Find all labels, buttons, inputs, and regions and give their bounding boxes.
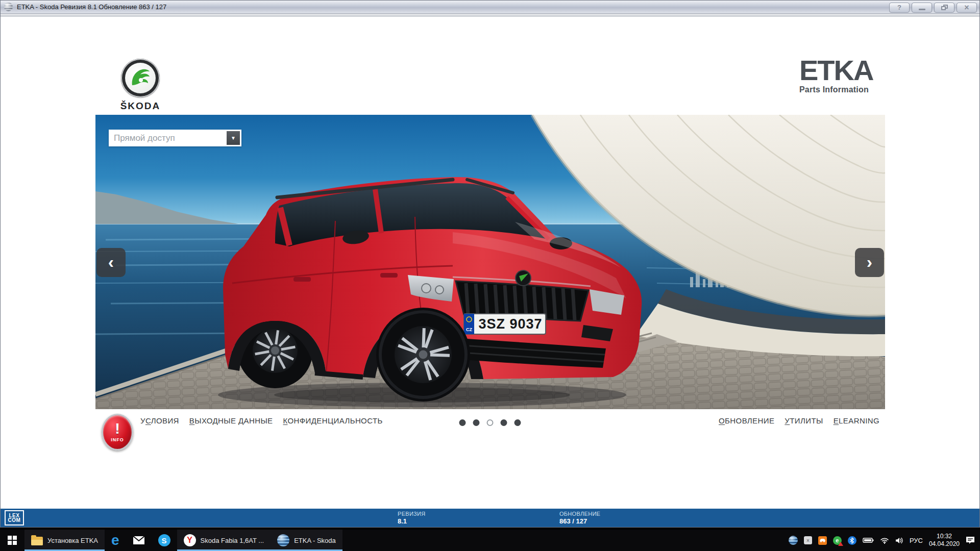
toolbar-strip [1, 14, 979, 17]
taskbar-item-etka-setup[interactable]: Установка ETKA [24, 530, 105, 551]
action-center-icon[interactable] [966, 536, 975, 544]
revision-value: 8.1 [398, 517, 426, 525]
taskbar-item-mail[interactable] [126, 530, 152, 551]
titlebar[interactable]: ETKA - Skoda Ревизия 8.1 Обновление 863 … [1, 1, 979, 14]
taskbar-item-yandex[interactable]: Y Skoda Fabia 1,6AT ... [177, 530, 271, 551]
etka-sphere-icon[interactable] [789, 536, 798, 545]
direct-access-dropdown[interactable]: Прямой доступ ▼ [109, 130, 241, 146]
license-plate: CZ 3SZ 9037 [464, 314, 546, 334]
windows-logo-icon [8, 536, 17, 545]
windows-taskbar: Установка ETKA e S Y Skoda Fabia 1,6AT .… [0, 530, 980, 551]
taskbar-item-label: ETKA - Skoda [294, 537, 336, 544]
close-button[interactable]: × [957, 3, 977, 13]
link-imprint[interactable]: ВЫХОДНЫЕ ДАННЫЕ [189, 416, 273, 425]
info-label: INFO [111, 437, 124, 442]
system-tray: × e РУС 10:32 04.04.2020 [783, 530, 980, 551]
chevron-down-icon: ▼ [231, 136, 236, 141]
folder-icon [31, 537, 43, 545]
volume-icon[interactable] [895, 537, 903, 544]
hero-scene: CZ 3SZ 9037 [95, 115, 885, 409]
carousel-dots [459, 419, 521, 426]
mail-icon [133, 536, 145, 545]
etka-wordmark: ETKA [799, 58, 891, 83]
language-indicator[interactable]: РУС [910, 537, 923, 544]
hero-carousel-image: CZ 3SZ 9037 [95, 115, 885, 409]
start-button[interactable] [0, 530, 24, 551]
etka-icon [277, 534, 289, 546]
battery-icon[interactable] [863, 537, 874, 543]
carousel-dot[interactable] [514, 419, 521, 426]
svg-text:CZ: CZ [466, 327, 472, 332]
svg-text:3SZ 9037: 3SZ 9037 [478, 316, 542, 332]
link-conditions[interactable]: УСЛОВИЯ [140, 416, 179, 425]
chevron-left-icon: ‹ [108, 253, 114, 270]
update-label: ОБНОВЛЕНИЕ [559, 511, 600, 517]
yandex-browser-icon: Y [184, 534, 196, 546]
revision-label: РЕВИЗИЯ [398, 511, 426, 517]
clock[interactable]: 10:32 04.04.2020 [929, 533, 960, 548]
minimize-icon [919, 9, 925, 10]
taskbar-item-label: Установка ETKA [47, 537, 98, 544]
taskbar-item-etka[interactable]: ETKA - Skoda [271, 530, 342, 551]
etka-app-window: ETKA - Skoda Ревизия 8.1 Обновление 863 … [0, 0, 980, 528]
skoda-wordmark: ŠKODA [117, 101, 164, 112]
restore-button[interactable] [934, 3, 954, 13]
restore-icon [941, 5, 948, 10]
time: 10:32 [929, 533, 960, 540]
carousel-dot[interactable] [501, 419, 507, 426]
etka-sphere-icon [4, 3, 13, 11]
usb-icon[interactable]: × [804, 536, 812, 544]
etka-logo: ETKA Parts Information [799, 58, 891, 94]
carousel-dot[interactable] [473, 419, 480, 426]
bluetooth-icon[interactable] [848, 536, 856, 545]
lexcom-logo: LEXCOM [5, 510, 24, 525]
link-elearning[interactable]: ELEARNING [834, 416, 879, 425]
taskbar-item-label: Skoda Fabia 1,6AT ... [201, 537, 264, 544]
carousel-dot[interactable] [487, 419, 494, 426]
car-app-icon[interactable] [818, 536, 827, 545]
taskbar-item-edge[interactable]: e [105, 530, 126, 551]
skoda-emblem-icon [121, 59, 160, 97]
link-utilities[interactable]: УТИЛИТЫ [785, 416, 823, 425]
info-button[interactable]: ! INFO [102, 414, 133, 450]
edge-icon: e [111, 534, 119, 547]
carousel-next-button[interactable]: › [855, 248, 884, 277]
wifi-icon[interactable] [880, 537, 889, 544]
taskbar-item-skype[interactable]: S [152, 530, 177, 551]
eset-icon[interactable]: e [833, 536, 842, 545]
link-update[interactable]: ОБНОВЛЕНИЕ [719, 416, 774, 425]
carousel-dot[interactable] [459, 419, 466, 426]
dropdown-button[interactable]: ▼ [227, 131, 240, 145]
help-button[interactable]: ? [889, 3, 910, 13]
exclamation-icon: ! [115, 422, 120, 435]
carousel-prev-button[interactable]: ‹ [96, 248, 126, 277]
chevron-right-icon: › [867, 253, 872, 270]
status-bar: LEXCOM РЕВИЗИЯ 8.1 ОБНОВЛЕНИЕ 863 / 127 [1, 509, 979, 527]
link-privacy[interactable]: КОНФИДЕНЦИАЛЬНОСТЬ [283, 416, 383, 425]
window-title: ETKA - Skoda Ревизия 8.1 Обновление 863 … [17, 3, 166, 11]
update-value: 863 / 127 [559, 517, 600, 525]
etka-subtitle: Parts Information [799, 85, 891, 94]
direct-access-placeholder: Прямой доступ [109, 133, 227, 143]
skype-icon: S [158, 534, 170, 546]
skoda-logo: ŠKODA [117, 59, 164, 112]
date: 04.04.2020 [929, 540, 960, 548]
minimize-button[interactable] [912, 3, 932, 13]
